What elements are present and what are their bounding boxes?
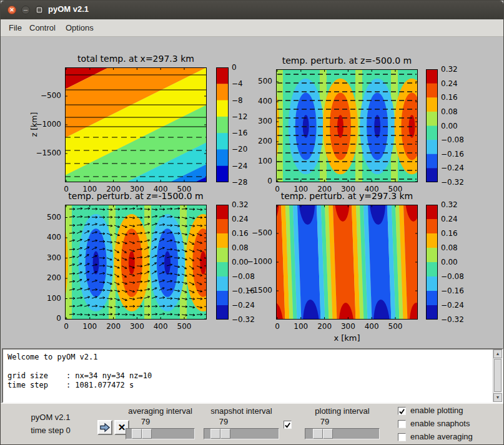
colorbar-label: −0.32 xyxy=(441,178,464,187)
x-tick-label: 200 xyxy=(105,322,122,331)
checkbox-enable-snaphots[interactable] xyxy=(398,420,406,428)
menubar: File Control Options xyxy=(1,19,503,37)
scroll-down-icon[interactable]: ▼ xyxy=(493,393,502,402)
console-line: grid size : nx=34 ny=34 nz=10 xyxy=(7,371,490,381)
close-icon[interactable]: ✕ xyxy=(7,6,16,14)
y-tick-label: −1500 xyxy=(244,286,272,295)
console-line: Welcome to pyOM v2.1 xyxy=(7,353,490,362)
colorbar-label: 0.00 xyxy=(441,258,458,267)
titlebar[interactable]: ✕ ─ pyOM v2.1 xyxy=(1,1,503,20)
app-window: ✕ ─ pyOM v2.1 File Control Options total… xyxy=(0,0,504,445)
slider-label: plotting interval xyxy=(305,406,380,416)
colorbar xyxy=(426,69,438,182)
checkbox-label[interactable]: enable plotting xyxy=(410,406,463,415)
y-tick-label: −1500 xyxy=(32,149,61,157)
colorbar-label: 0.08 xyxy=(232,243,249,252)
console-line xyxy=(7,362,490,371)
slider-thumb[interactable] xyxy=(142,429,152,439)
x-tick-label: 100 xyxy=(292,322,310,331)
slider-thumb[interactable] xyxy=(313,429,323,439)
y-tick-label: 500 xyxy=(32,213,61,222)
colorbar-label: 0.16 xyxy=(441,93,458,102)
colorbar-label: −0.24 xyxy=(232,301,255,310)
x-tick-label: 500 xyxy=(175,322,193,331)
y-tick-label: 300 xyxy=(244,117,272,125)
console-line: time step : 1081.077472 s xyxy=(7,381,490,390)
colorbar-label: 0.24 xyxy=(441,215,458,223)
colorbar-label: −0.08 xyxy=(441,135,464,144)
right-arrow-icon xyxy=(99,423,111,433)
checkbox-label[interactable]: enable snaphots xyxy=(410,419,470,428)
slider-averaging-interval: averaging interval79 xyxy=(126,404,195,445)
checkbox-enable-averaging[interactable] xyxy=(398,433,406,441)
start-button[interactable] xyxy=(97,420,112,435)
figure-canvas: total temp. at x=297.3 km010020030040050… xyxy=(1,37,504,348)
checkbox-label[interactable]: enable averaging xyxy=(410,432,473,441)
x-axis-label: x [km] xyxy=(276,333,418,343)
minimize-icon[interactable]: ─ xyxy=(21,6,30,14)
y-axis-label: z [km] xyxy=(29,109,39,140)
menu-control[interactable]: Control xyxy=(29,23,56,32)
x-tick-label: 0 xyxy=(57,322,75,331)
slider-trough[interactable] xyxy=(305,428,380,439)
colorbar xyxy=(216,67,229,182)
plot-canvas xyxy=(65,205,207,320)
control-bar: pyOM v2.1 time step 0 ✕ averaging interv… xyxy=(1,403,504,445)
y-tick-label: 300 xyxy=(32,253,61,262)
colorbar-label: 0.08 xyxy=(441,243,458,252)
colorbar-label: 0.32 xyxy=(441,65,458,74)
y-tick-label: −500 xyxy=(244,228,272,237)
maximize-icon[interactable] xyxy=(35,6,44,14)
x-tick-label: 500 xyxy=(387,322,404,331)
slider-thumb[interactable] xyxy=(132,429,142,439)
y-tick-label: 0 xyxy=(32,314,61,323)
y-tick-label: 100 xyxy=(32,294,61,303)
colorbar-label: 0.16 xyxy=(441,229,458,238)
app-label: pyOM v2.1 time step 0 xyxy=(13,411,88,437)
x-icon: ✕ xyxy=(118,422,126,433)
colorbar-label: 0.24 xyxy=(441,79,458,88)
checkbox-enable-plotting[interactable] xyxy=(398,407,406,415)
check-icon xyxy=(284,422,291,429)
y-tick-label: 400 xyxy=(244,97,272,105)
slider-value: 79 xyxy=(205,417,242,426)
colorbar-label: −0.16 xyxy=(441,150,464,159)
colorbar-label: 0.00 xyxy=(441,122,458,130)
app-name-label: pyOM v2.1 xyxy=(13,411,88,424)
y-tick-label: 400 xyxy=(32,233,61,242)
y-tick-label: 0 xyxy=(244,177,272,185)
slider-value: 79 xyxy=(127,417,164,426)
y-tick-label: 200 xyxy=(32,273,61,282)
colorbar-label: 0.32 xyxy=(232,200,249,209)
y-tick-label: −1000 xyxy=(244,257,272,266)
snapshot-interval-checkbox[interactable] xyxy=(284,421,292,429)
x-tick-label: 100 xyxy=(81,322,99,331)
y-tick-label: 500 xyxy=(244,77,272,86)
y-tick-label: −500 xyxy=(32,91,61,100)
x-tick-label: 0 xyxy=(269,322,286,331)
scrollbar-thumb[interactable] xyxy=(494,359,502,392)
menu-file[interactable]: File xyxy=(9,23,22,32)
colorbar-label: −0.24 xyxy=(441,301,464,310)
slider-trough[interactable] xyxy=(126,428,195,439)
menu-options[interactable]: Options xyxy=(66,23,94,32)
colorbar xyxy=(426,205,438,320)
slider-thumb[interactable] xyxy=(210,429,220,439)
x-tick-label: 300 xyxy=(128,322,146,331)
plot-canvas xyxy=(276,205,418,320)
window-title: pyOM v2.1 xyxy=(48,4,89,14)
plot-title: total temp. at x=297.3 km xyxy=(46,54,225,64)
console-output[interactable]: Welcome to pyOM v2.1 grid size : nx=34 n… xyxy=(2,348,503,403)
colorbar-label: −0.32 xyxy=(232,315,255,324)
plot-canvas xyxy=(276,69,418,182)
slider-label: averaging interval xyxy=(126,406,195,416)
slider-trough[interactable] xyxy=(204,428,279,439)
console-text: Welcome to pyOM v2.1 grid size : nx=34 n… xyxy=(7,353,490,390)
x-tick-label: 300 xyxy=(339,322,357,331)
scroll-up-icon[interactable]: ▲ xyxy=(493,350,502,358)
scrollbar[interactable]: ▲ ▼ xyxy=(493,350,502,402)
colorbar-label: −20 xyxy=(232,145,247,154)
plot-canvas xyxy=(65,67,207,182)
slider-thumb[interactable] xyxy=(220,429,230,439)
slider-thumb[interactable] xyxy=(323,429,333,439)
